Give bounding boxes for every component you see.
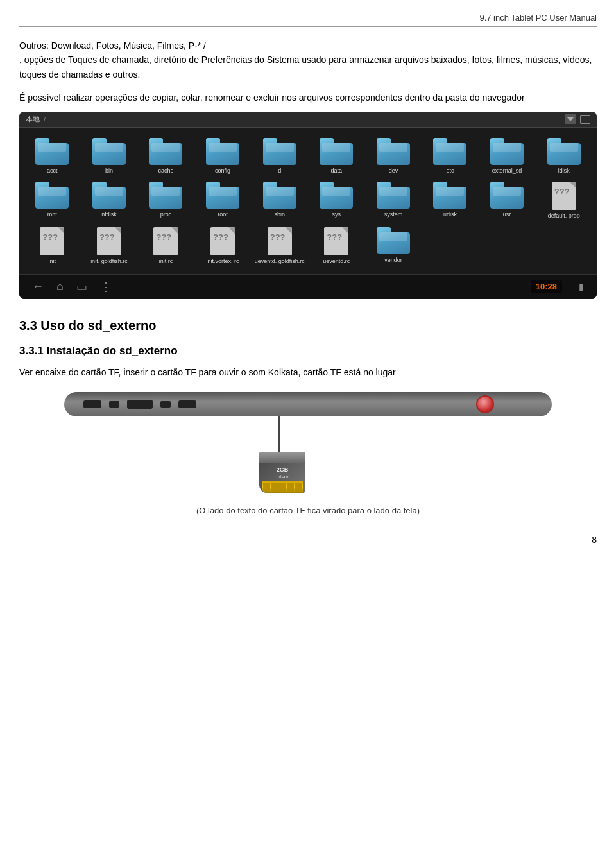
menu-icon[interactable]: ⋮ xyxy=(100,280,112,294)
file-item[interactable]: mnt xyxy=(24,178,80,222)
port-slot-1 xyxy=(83,400,101,408)
file-item[interactable]: usr xyxy=(479,178,535,222)
file-item[interactable]: ???ueventd.rc xyxy=(309,223,364,268)
sd-illustration: 2GBmicro xyxy=(19,392,597,493)
file-icon: ??? xyxy=(324,227,348,255)
folder-icon xyxy=(149,138,182,165)
file-item[interactable]: ???init. goldfish.rc xyxy=(81,223,137,268)
sd-contacts xyxy=(262,481,303,493)
sd-slot-indicator xyxy=(476,395,494,413)
file-label: init xyxy=(49,258,56,265)
file-label: vendor xyxy=(384,257,402,264)
file-item[interactable]: external_sd xyxy=(479,134,535,177)
file-item[interactable]: ???default. prop xyxy=(536,178,592,222)
tablet-edge xyxy=(64,392,552,416)
sd-arrow-line xyxy=(278,416,280,452)
file-item[interactable]: ???init.rc xyxy=(138,223,194,268)
file-label: ueventd. goldfish.rc xyxy=(255,258,305,265)
tablet-screenshot: 本地 / acctbincacheconfigddatadevetcextern… xyxy=(19,112,597,299)
file-icon: ??? xyxy=(210,227,235,255)
file-item[interactable]: acct xyxy=(24,134,80,177)
file-label: dev xyxy=(389,167,398,175)
file-label: udisk xyxy=(443,211,457,218)
file-label: etc xyxy=(446,167,454,175)
file-label: root xyxy=(218,211,228,218)
file-icon: ??? xyxy=(268,227,292,255)
file-label: proc xyxy=(160,211,172,218)
file-label: default. prop xyxy=(548,212,580,219)
file-item[interactable]: proc xyxy=(138,178,194,222)
file-item[interactable]: nfdisk xyxy=(81,178,137,222)
folder-icon xyxy=(433,182,466,209)
file-item[interactable]: dev xyxy=(366,134,422,177)
sd-install-description: Ver encaixe do cartão TF, inserir o cart… xyxy=(19,365,597,379)
sd-card-label: 2GBmicro xyxy=(276,467,288,480)
folder-icon xyxy=(92,138,126,165)
folder-icon xyxy=(547,138,581,165)
port-slot-5 xyxy=(178,400,196,408)
file-label: cache xyxy=(158,167,173,175)
file-item[interactable]: cache xyxy=(138,134,194,177)
file-item[interactable]: vendor xyxy=(366,223,422,268)
back-icon[interactable]: ← xyxy=(32,280,44,293)
file-icon: ??? xyxy=(153,227,178,255)
file-label: usr xyxy=(503,211,511,218)
file-item[interactable]: sbin xyxy=(252,178,307,222)
file-item[interactable]: sys xyxy=(309,178,364,222)
file-icon: ??? xyxy=(97,227,121,255)
file-item[interactable]: udisk xyxy=(422,178,478,222)
sd-stripe xyxy=(259,452,305,463)
file-item[interactable]: data xyxy=(309,134,364,177)
file-label: sys xyxy=(332,211,341,218)
folder-icon xyxy=(35,138,69,165)
file-item[interactable]: idisk xyxy=(536,134,592,177)
port-slot-3 xyxy=(127,400,153,409)
folder-icon xyxy=(35,182,69,209)
description-text: É possível realizar operações de copiar,… xyxy=(19,90,597,105)
manual-title: 9.7 inch Tablet PC User Manual xyxy=(479,13,597,22)
tablet-nav-bar: ← ⌂ ▭ ⋮ 10:28 ▮ xyxy=(19,274,597,299)
file-label: external_sd xyxy=(492,167,522,175)
file-item[interactable]: system xyxy=(366,178,422,222)
tablet-toolbar: 本地 / xyxy=(19,112,597,128)
folder-icon xyxy=(263,182,296,209)
toolbar-dropdown-btn[interactable] xyxy=(565,114,576,124)
file-item[interactable]: ???init.vortex. rc xyxy=(195,223,251,268)
folder-icon xyxy=(149,182,182,209)
toolbar-location: 本地 xyxy=(26,114,40,124)
file-label: init.rc xyxy=(159,258,173,265)
port-slot-2 xyxy=(109,401,119,408)
page-header: 9.7 inch Tablet PC User Manual xyxy=(19,13,597,27)
toolbar-window-btn[interactable] xyxy=(580,115,590,124)
file-item[interactable]: etc xyxy=(422,134,478,177)
file-item[interactable]: config xyxy=(195,134,251,177)
file-grid: acctbincacheconfigddatadevetcexternal_sd… xyxy=(19,128,597,274)
folder-icon xyxy=(377,227,410,254)
section-3-3-1-heading: 3.3.1 Instalação do sd_externo xyxy=(19,345,597,357)
folder-icon xyxy=(206,138,239,165)
file-label: nfdisk xyxy=(101,211,117,218)
recent-icon[interactable]: ▭ xyxy=(76,280,87,294)
folder-icon xyxy=(206,182,239,209)
battery-icon: ▮ xyxy=(579,282,584,292)
file-label: data xyxy=(331,167,343,175)
file-item[interactable]: d xyxy=(252,134,307,177)
folder-icon xyxy=(377,182,410,209)
folder-icon xyxy=(320,182,353,209)
folder-icon xyxy=(320,138,353,165)
file-item[interactable]: root xyxy=(195,178,251,222)
intro-paragraph1: Outros: Download, Fotos, Música, Filmes,… xyxy=(19,39,597,82)
folder-icon xyxy=(490,138,524,165)
file-item[interactable]: ???init xyxy=(24,223,80,268)
home-icon[interactable]: ⌂ xyxy=(56,280,64,293)
sd-caption: (O lado do texto do cartão TF fica virad… xyxy=(19,506,597,515)
file-label: mnt xyxy=(47,211,57,218)
toolbar-sep: / xyxy=(44,116,46,123)
file-item[interactable]: bin xyxy=(81,134,137,177)
file-icon: ??? xyxy=(40,227,64,255)
folder-icon xyxy=(433,138,466,165)
file-label: init. goldfish.rc xyxy=(90,258,128,265)
file-item[interactable]: ???ueventd. goldfish.rc xyxy=(252,223,307,268)
folder-icon xyxy=(377,138,410,165)
page-number: 8 xyxy=(592,535,597,545)
